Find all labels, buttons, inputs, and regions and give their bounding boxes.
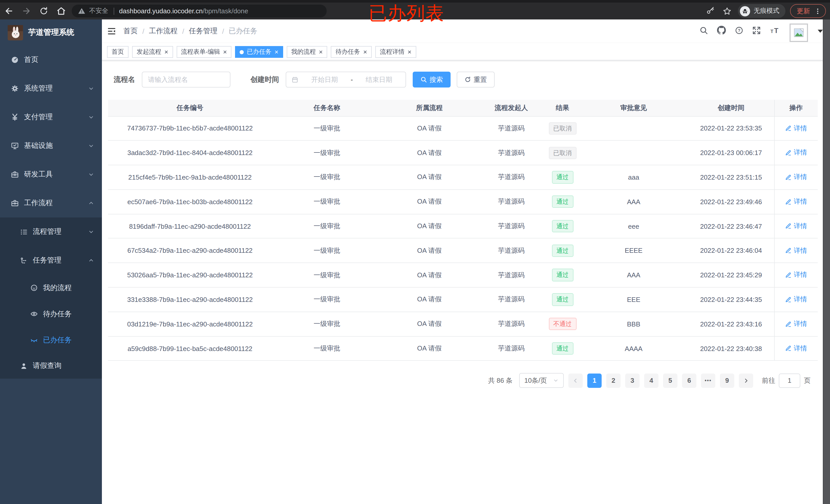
page-number-button[interactable]: •••	[701, 373, 715, 388]
browser-update-button[interactable]: 更新	[790, 4, 826, 18]
detail-link[interactable]: 详情	[785, 270, 807, 280]
browser-forward-button[interactable]	[18, 4, 35, 18]
close-icon[interactable]: ×	[319, 48, 323, 55]
tab[interactable]: 流程详情 ×	[375, 46, 416, 58]
sidebar-collapse-button[interactable]	[107, 27, 116, 36]
close-icon[interactable]: ×	[223, 48, 227, 55]
detail-link[interactable]: 详情	[785, 319, 807, 329]
browser-home-button[interactable]	[52, 4, 70, 18]
page-number-button[interactable]: 6	[682, 373, 696, 388]
breadcrumb-separator: /	[142, 27, 145, 35]
detail-link[interactable]: 详情	[785, 148, 807, 157]
avatar-caret-icon[interactable]	[818, 30, 823, 33]
result-badge: 通过	[552, 171, 573, 184]
detail-link[interactable]: 详情	[785, 246, 807, 255]
refresh-icon	[39, 7, 48, 15]
tab[interactable]: 发起流程 ×	[132, 46, 173, 58]
date-range-input[interactable]: 开始日期 - 结束日期	[286, 72, 406, 88]
detail-link[interactable]: 详情	[785, 344, 807, 353]
scrollbar[interactable]	[823, 20, 830, 504]
close-icon[interactable]: ×	[363, 48, 367, 55]
sidebar-item-home[interactable]: 首页	[0, 45, 102, 74]
detail-link[interactable]: 详情	[785, 222, 807, 231]
cell-starter: 芋道源码	[477, 238, 546, 263]
tab[interactable]: 已办任务 ×	[235, 46, 283, 58]
browser-refresh-button[interactable]	[35, 4, 52, 18]
sidebar-item-my-process[interactable]: 我的流程	[0, 275, 102, 301]
password-key-button[interactable]	[704, 4, 716, 18]
cell-task-name: 一级审批	[272, 165, 382, 190]
github-icon[interactable]	[717, 26, 726, 37]
bookmark-star-button[interactable]	[721, 4, 733, 18]
table-row: 53026aa5-7b9a-11ec-a290-acde48001122 一级审…	[108, 263, 818, 288]
detail-link[interactable]: 详情	[785, 124, 807, 133]
chevron-up-icon	[88, 200, 94, 206]
tab[interactable]: 我的流程 ×	[287, 46, 327, 58]
browser-menu-icon[interactable]	[814, 7, 821, 15]
fullscreen-icon[interactable]	[752, 26, 761, 37]
browser-back-button[interactable]	[0, 4, 18, 18]
cell-task-name: 一级审批	[272, 214, 382, 238]
sidebar-item-leave-query[interactable]: 请假查询	[0, 353, 102, 379]
search-icon[interactable]	[699, 26, 708, 37]
top-navbar: 首页 / 工作流程 / 任务管理 / 已办任务 ? TT	[102, 20, 830, 43]
sidebar-item-done-tasks[interactable]: 已办任务	[0, 327, 102, 353]
page-number-button[interactable]: 4	[644, 373, 659, 388]
sidebar-item-payment[interactable]: 支付管理	[0, 103, 102, 132]
chevron-down-icon	[553, 378, 558, 383]
sidebar-item-process-management[interactable]: 流程管理	[0, 217, 102, 246]
cell-task-id: 215cf4e5-7b9b-11ec-9a1b-acde48001122	[108, 165, 272, 190]
cell-created: 2022-01-22 23:45:29	[688, 263, 774, 288]
reset-button[interactable]: 重置	[457, 72, 494, 88]
sidebar-item-workflow[interactable]: 工作流程	[0, 189, 102, 217]
annotation-overlay: 已办列表	[369, 4, 444, 23]
breadcrumb-workflow[interactable]: 工作流程	[149, 27, 178, 36]
detail-link[interactable]: 详情	[785, 295, 807, 304]
address-bar[interactable]: 不安全 dashboard.yudao.iocoder.cn/bpm/task/…	[72, 5, 327, 18]
close-icon[interactable]: ×	[164, 48, 168, 55]
process-name-input[interactable]	[142, 72, 230, 88]
cell-opinion: BBB	[579, 312, 688, 336]
tab[interactable]: 待办任务 ×	[331, 46, 372, 58]
detail-link[interactable]: 详情	[785, 172, 807, 182]
cell-task-id: 74736737-7b9b-11ec-b5b7-acde48001122	[108, 116, 272, 141]
help-icon[interactable]: ?	[735, 26, 743, 37]
page-number-button[interactable]: 1	[587, 373, 602, 388]
close-icon[interactable]: ×	[408, 48, 411, 55]
cell-actions: 详情	[774, 312, 818, 336]
sidebar-item-label: 工作流程	[24, 199, 53, 208]
result-badge: 已取消	[549, 146, 576, 159]
search-button[interactable]: 搜索	[413, 72, 451, 88]
close-icon[interactable]: ×	[275, 48, 278, 55]
tab[interactable]: 首页	[107, 46, 129, 58]
cell-opinion: aaa	[579, 165, 688, 190]
page-number-button[interactable]: 3	[625, 373, 640, 388]
sidebar-item-dev-tools[interactable]: 研发工具	[0, 160, 102, 189]
font-size-icon[interactable]: TT	[770, 26, 781, 37]
list-icon	[20, 228, 28, 236]
detail-link-label: 详情	[794, 319, 807, 329]
breadcrumb-home[interactable]: 首页	[123, 27, 138, 36]
detail-link[interactable]: 详情	[785, 197, 807, 206]
breadcrumb-task-management[interactable]: 任务管理	[189, 27, 218, 36]
prev-page-button[interactable]	[568, 373, 583, 388]
forward-icon	[21, 6, 31, 16]
sidebar-item-todo-tasks[interactable]: 待办任务	[0, 301, 102, 327]
page-size-select[interactable]: 10条/页	[519, 373, 564, 388]
goto-page-input[interactable]	[779, 373, 800, 388]
cell-starter: 芋道源码	[477, 287, 546, 312]
sidebar-item-system[interactable]: 系统管理	[0, 74, 102, 103]
avatar[interactable]	[790, 24, 808, 42]
tab-label: 首页	[111, 47, 124, 56]
page-number-button[interactable]: 9	[720, 373, 734, 388]
sidebar-logo[interactable]: 芋道管理系统	[0, 20, 102, 45]
cell-created: 2022-01-22 23:46:04	[688, 238, 774, 263]
tab[interactable]: 流程表单-编辑 ×	[177, 46, 231, 58]
edit-pencil-icon	[785, 198, 792, 205]
sidebar-item-infrastructure[interactable]: 基础设施	[0, 132, 102, 160]
page-number-button[interactable]: 2	[606, 373, 620, 388]
key-icon	[706, 7, 714, 15]
page-number-button[interactable]: 5	[663, 373, 677, 388]
next-page-button[interactable]	[739, 373, 753, 388]
sidebar-item-task-management[interactable]: 任务管理	[0, 246, 102, 275]
